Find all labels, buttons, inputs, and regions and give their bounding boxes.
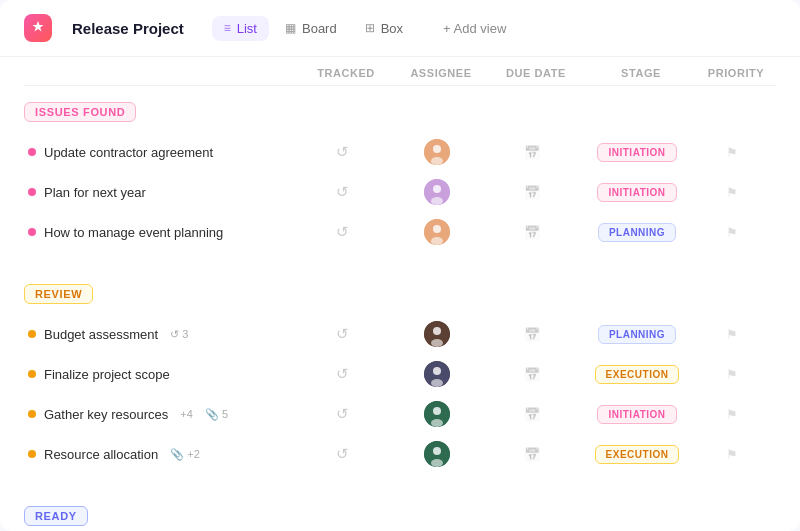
refresh-icon: ↺ [336,325,349,343]
stage-badge: INITIATION [597,183,676,202]
svg-point-8 [431,237,443,245]
due-date-cell[interactable]: 📅 [482,145,582,160]
avatar [424,321,450,347]
task-name-text: Gather key resources [44,407,168,422]
assignee-cell[interactable] [392,361,482,387]
task-dot [28,330,36,338]
main-content: Tracked Assignee Due Date Stage Priority… [0,57,800,531]
calendar-icon: 📅 [524,367,540,382]
tab-box[interactable]: ⊞ Box [353,16,415,41]
tracked-cell[interactable]: ↺ [292,223,392,241]
task-name-cell: How to manage event planning [28,225,292,240]
tracked-cell[interactable]: ↺ [292,445,392,463]
flag-icon: ⚑ [726,447,738,462]
stage-badge: EXECUTION [595,445,680,464]
priority-cell[interactable]: ⚑ [692,367,772,382]
task-name-text: Resource allocation [44,447,158,462]
group-label-issues-found: ISSUES FOUND [24,102,136,122]
tab-list[interactable]: ≡ List [212,16,269,41]
task-dot [28,410,36,418]
task-tag: 📎 +2 [170,448,200,461]
priority-cell[interactable]: ⚑ [692,225,772,240]
refresh-icon: ↺ [336,143,349,161]
board-icon: ▦ [285,21,296,35]
task-dot [28,188,36,196]
table-row[interactable]: Budget assessment↺ 3↺ 📅PLANNING⚑ [24,314,776,354]
assignee-cell[interactable] [392,401,482,427]
tracked-cell[interactable]: ↺ [292,405,392,423]
svg-point-14 [431,379,443,387]
stage-cell[interactable]: INITIATION [582,405,692,424]
tracked-cell[interactable]: ↺ [292,365,392,383]
calendar-icon: 📅 [524,225,540,240]
table-row[interactable]: Resource allocation📎 +2↺ 📅EXECUTION⚑ [24,434,776,474]
calendar-icon: 📅 [524,407,540,422]
tracked-cell[interactable]: ↺ [292,183,392,201]
priority-cell[interactable]: ⚑ [692,327,772,342]
nav-tabs: ≡ List ▦ Board ⊞ Box [212,16,415,41]
assignee-cell[interactable] [392,441,482,467]
flag-icon: ⚑ [726,225,738,240]
stage-cell[interactable]: PLANNING [582,223,692,242]
due-date-cell[interactable]: 📅 [482,367,582,382]
app-container: Release Project ≡ List ▦ Board ⊞ Box + A… [0,0,800,531]
stage-cell[interactable]: INITIATION [582,143,692,162]
flag-icon: ⚑ [726,367,738,382]
avatar [424,361,450,387]
avatar [424,179,450,205]
group-ready: READYNew contractor agreement↺ 📅PLANNING… [24,498,776,531]
list-icon: ≡ [224,21,231,35]
priority-cell[interactable]: ⚑ [692,185,772,200]
header: Release Project ≡ List ▦ Board ⊞ Box + A… [0,0,800,57]
svg-point-13 [433,367,441,375]
flag-icon: ⚑ [726,145,738,160]
group-issues-found: ISSUES FOUNDUpdate contractor agreement↺… [24,94,776,252]
table-row[interactable]: How to manage event planning↺ 📅PLANNING⚑ [24,212,776,252]
task-dot [28,450,36,458]
table-row[interactable]: Update contractor agreement↺ 📅INITIATION… [24,132,776,172]
task-name-cell: Plan for next year [28,185,292,200]
column-headers: Tracked Assignee Due Date Stage Priority [24,57,776,86]
task-name-cell: Finalize project scope [28,367,292,382]
tracked-cell[interactable]: ↺ [292,325,392,343]
task-name-text: Budget assessment [44,327,158,342]
assignee-cell[interactable] [392,321,482,347]
assignee-cell[interactable] [392,139,482,165]
table-row[interactable]: Plan for next year↺ 📅INITIATION⚑ [24,172,776,212]
task-name-cell: Budget assessment↺ 3 [28,327,292,342]
due-date-cell[interactable]: 📅 [482,327,582,342]
stage-cell[interactable]: EXECUTION [582,365,692,384]
priority-cell[interactable]: ⚑ [692,407,772,422]
tab-board[interactable]: ▦ Board [273,16,349,41]
due-date-cell[interactable]: 📅 [482,185,582,200]
groups-container: ISSUES FOUNDUpdate contractor agreement↺… [24,94,776,531]
stage-cell[interactable]: EXECUTION [582,445,692,464]
svg-point-17 [431,419,443,427]
table-row[interactable]: Gather key resources+4📎 5↺ 📅INITIATION⚑ [24,394,776,434]
col-tracked: Tracked [296,67,396,79]
stage-cell[interactable]: INITIATION [582,183,692,202]
stage-cell[interactable]: PLANNING [582,325,692,344]
assignee-cell[interactable] [392,179,482,205]
svg-point-20 [431,459,443,467]
calendar-icon: 📅 [524,327,540,342]
priority-cell[interactable]: ⚑ [692,447,772,462]
due-date-cell[interactable]: 📅 [482,225,582,240]
col-due-date: Due Date [486,67,586,79]
group-label-ready: READY [24,506,88,526]
assignee-cell[interactable] [392,219,482,245]
tracked-cell[interactable]: ↺ [292,143,392,161]
task-tag: ↺ 3 [170,328,188,341]
add-view-button[interactable]: + Add view [435,16,514,41]
table-row[interactable]: Finalize project scope↺ 📅EXECUTION⚑ [24,354,776,394]
calendar-icon: 📅 [524,447,540,462]
due-date-cell[interactable]: 📅 [482,407,582,422]
refresh-icon: ↺ [336,223,349,241]
refresh-icon: ↺ [336,445,349,463]
avatar [424,401,450,427]
priority-cell[interactable]: ⚑ [692,145,772,160]
refresh-icon: ↺ [336,365,349,383]
task-name-cell: Gather key resources+4📎 5 [28,407,292,422]
due-date-cell[interactable]: 📅 [482,447,582,462]
svg-point-10 [433,327,441,335]
